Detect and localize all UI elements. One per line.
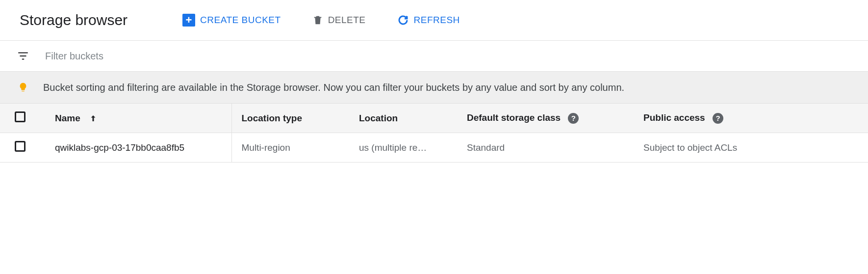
bucket-name-cell[interactable]: qwiklabs-gcp-03-17bb0caa8fb5 bbox=[35, 133, 231, 163]
filter-input[interactable] bbox=[44, 50, 240, 62]
page-title: Storage browser bbox=[20, 12, 128, 28]
table-header-row: Name Location type Location Default stor… bbox=[0, 104, 868, 133]
column-storage-class-label: Default storage class bbox=[467, 112, 561, 123]
info-banner-text: Bucket sorting and filtering are availab… bbox=[43, 82, 624, 93]
refresh-label: REFRESH bbox=[414, 15, 460, 26]
table-row[interactable]: qwiklabs-gcp-03-17bb0caa8fb5 Multi-regio… bbox=[0, 133, 868, 163]
delete-button[interactable]: DELETE bbox=[306, 10, 372, 30]
filter-bar bbox=[0, 41, 868, 72]
lightbulb-icon bbox=[18, 81, 28, 94]
column-location-type[interactable]: Location type bbox=[231, 104, 349, 133]
sort-ascending-icon bbox=[89, 113, 98, 123]
delete-label: DELETE bbox=[328, 15, 366, 26]
storage-class-cell: Standard bbox=[457, 133, 634, 163]
column-public-access-label: Public access bbox=[643, 112, 705, 123]
column-public-access[interactable]: Public access ? bbox=[634, 104, 868, 133]
column-name-label: Name bbox=[55, 113, 80, 123]
public-access-cell: Subject to object ACLs bbox=[634, 133, 868, 163]
buckets-table: Name Location type Location Default stor… bbox=[0, 104, 868, 163]
page-header: Storage browser + CREATE BUCKET DELETE R… bbox=[0, 0, 868, 41]
refresh-button[interactable]: REFRESH bbox=[391, 10, 466, 30]
help-icon[interactable]: ? bbox=[568, 113, 579, 124]
column-location-label: Location bbox=[359, 113, 398, 123]
location-cell: us (multiple re… bbox=[349, 133, 457, 163]
column-location[interactable]: Location bbox=[349, 104, 457, 133]
help-icon[interactable]: ? bbox=[713, 113, 723, 124]
plus-icon: + bbox=[182, 14, 195, 27]
refresh-icon bbox=[397, 14, 409, 26]
info-banner: Bucket sorting and filtering are availab… bbox=[0, 72, 868, 104]
column-location-type-label: Location type bbox=[242, 113, 303, 123]
location-type-cell: Multi-region bbox=[231, 133, 349, 163]
row-checkbox[interactable] bbox=[15, 141, 26, 152]
select-all-checkbox[interactable] bbox=[15, 111, 26, 122]
create-bucket-label: CREATE BUCKET bbox=[200, 15, 281, 26]
filter-icon[interactable] bbox=[17, 50, 29, 62]
column-name[interactable]: Name bbox=[35, 104, 231, 133]
trash-icon bbox=[312, 14, 323, 26]
create-bucket-button[interactable]: + CREATE BUCKET bbox=[177, 10, 287, 30]
column-storage-class[interactable]: Default storage class ? bbox=[457, 104, 634, 133]
